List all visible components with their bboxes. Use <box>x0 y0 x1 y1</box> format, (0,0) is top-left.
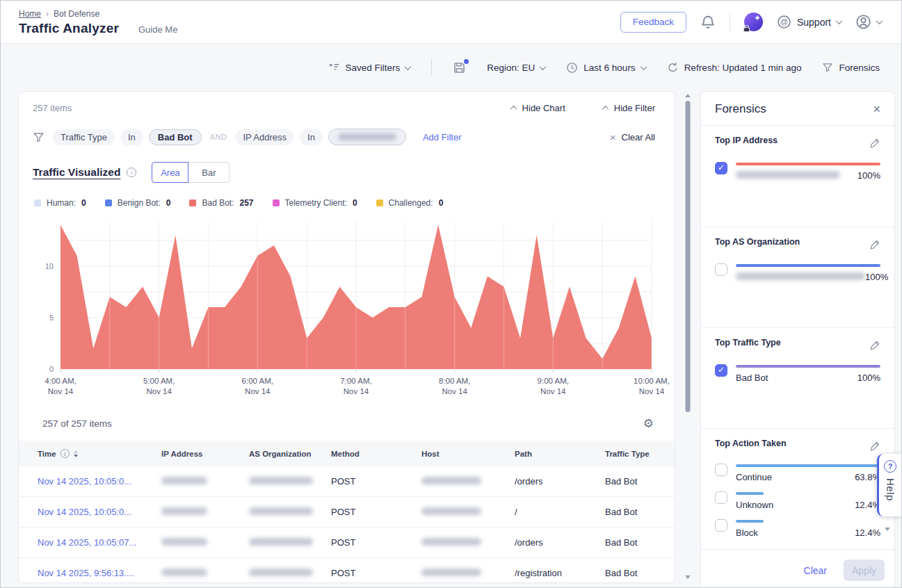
filter-operator-chip[interactable]: In <box>300 129 323 145</box>
table-row[interactable]: Nov 14 2025, 10:05:0... POST / Bad Bot <box>19 497 675 528</box>
percentage: 12.4% <box>855 528 880 538</box>
info-icon[interactable]: i <box>127 168 136 177</box>
save-filter-button[interactable] <box>453 61 466 74</box>
checkbox[interactable] <box>715 263 727 276</box>
chart-legend: Human:0 Benign Bot:0 Bad Bot:257 Telemet… <box>34 198 661 208</box>
column-header-method[interactable]: Method <box>331 450 421 458</box>
column-header-host[interactable]: Host <box>421 450 515 458</box>
time-link[interactable]: Nov 14 2025, 10:05:07... <box>38 537 161 548</box>
forensics-title: Forensics <box>715 102 766 116</box>
time-link[interactable]: Nov 14 2025, 10:05:0... <box>38 507 161 517</box>
sort-icon[interactable] <box>74 450 78 457</box>
saved-filters-icon <box>328 63 340 72</box>
legend-item-bad-bot: Bad Bot:257 <box>189 198 253 208</box>
scroll-down-arrow[interactable] <box>685 575 691 579</box>
column-header-path[interactable]: Path <box>515 450 605 458</box>
legend-swatch <box>273 199 280 206</box>
time-link[interactable]: Nov 14 2025, 10:05:0... <box>38 476 161 487</box>
edit-icon[interactable] <box>869 138 880 152</box>
chevron-down-icon <box>876 17 883 24</box>
column-header-as-org[interactable]: AS Organization <box>249 450 331 458</box>
time-range-selector[interactable]: Last 6 hours <box>566 62 645 74</box>
table-row[interactable]: Nov 14 2025, 9:56:13.... POST /registrat… <box>19 558 675 583</box>
notifications-bell-icon[interactable] <box>700 15 716 30</box>
checkbox[interactable] <box>715 364 727 377</box>
table-settings-gear-icon[interactable]: ⚙ <box>643 416 654 431</box>
region-selector[interactable]: Region: EU <box>487 63 545 73</box>
account-menu[interactable] <box>855 14 882 30</box>
checkbox[interactable] <box>715 162 727 174</box>
traffic-type-cell: Bad Bot <box>605 476 669 487</box>
table-row[interactable]: Nov 14 2025, 10:05:0... POST /orders Bad… <box>19 466 675 497</box>
forensics-toggle[interactable]: Forensics <box>822 62 880 73</box>
traffic-visualized-title[interactable]: Traffic Visualized <box>33 166 120 179</box>
legend-swatch <box>105 199 112 206</box>
feedback-button[interactable]: Feedback <box>620 12 686 33</box>
redacted-ip <box>161 538 207 546</box>
filter-conjunction: AND <box>210 133 227 141</box>
forensics-label: Forensics <box>839 63 880 73</box>
hide-filter-toggle[interactable]: Hide Filter <box>603 103 661 113</box>
unsaved-changes-dot <box>464 59 469 64</box>
funnel-icon <box>822 62 833 73</box>
clear-button[interactable]: Clear <box>804 565 827 576</box>
forensics-panel: Forensics × Top IP Address 100% <box>700 91 895 588</box>
close-icon[interactable]: × <box>873 103 880 115</box>
hide-chart-toggle[interactable]: Hide Chart <box>511 103 571 113</box>
item-label: Block <box>736 528 758 538</box>
guide-me-link[interactable]: Guide Me <box>138 24 177 35</box>
redacted-label <box>736 171 840 179</box>
saved-filters-label: Saved Filters <box>346 63 401 73</box>
chevron-down-icon <box>836 17 843 24</box>
value-bar <box>736 520 764 523</box>
content-scrollbar[interactable] <box>675 91 700 583</box>
filter-operator-chip[interactable]: In <box>120 129 143 145</box>
bar-toggle-button[interactable]: Bar <box>188 162 229 183</box>
breadcrumb-home-link[interactable]: Home <box>19 9 41 19</box>
edit-icon[interactable] <box>869 239 880 253</box>
refresh-button[interactable]: Refresh: Updated 1 min ago <box>667 62 802 74</box>
support-icon: @ <box>777 15 791 29</box>
checkbox[interactable] <box>715 519 727 532</box>
add-filter-button[interactable]: Add Filter <box>423 132 462 142</box>
svg-text:5: 5 <box>49 313 54 322</box>
filter-field-chip[interactable]: IP Address <box>235 129 294 145</box>
column-header-ip[interactable]: IP Address <box>161 450 249 458</box>
filter-value-chip[interactable]: Bad Bot <box>149 129 202 145</box>
redacted-as-org <box>249 477 313 484</box>
chevron-up-icon <box>602 106 609 113</box>
time-link[interactable]: Nov 14 2025, 9:56:13.... <box>38 568 161 578</box>
section-scroll-down-arrow[interactable] <box>885 528 890 531</box>
column-header-traffic-type[interactable]: Traffic Type <box>605 450 669 458</box>
traffic-results-card: 257 items Hide Chart Hide Filter Traffic… <box>18 91 675 583</box>
edit-icon[interactable] <box>869 340 880 354</box>
filter-funnel-icon <box>33 131 45 143</box>
support-menu[interactable]: @ Support <box>777 15 841 29</box>
checkbox[interactable] <box>715 464 727 476</box>
filter-field-chip[interactable]: Traffic Type <box>53 129 115 145</box>
column-header-time[interactable]: Time i <box>38 449 161 458</box>
item-label: Bad Bot <box>736 373 768 383</box>
edit-icon[interactable] <box>869 441 880 455</box>
checkbox[interactable] <box>715 491 727 504</box>
value-bar <box>736 464 880 467</box>
traffic-area-chart[interactable]: 05104:00 AM,Nov 145:00 AM,Nov 146:00 AM,… <box>33 218 661 402</box>
help-tab[interactable]: ? Help <box>877 454 901 516</box>
table-row[interactable]: Nov 14 2025, 10:05:07... POST /orders Ba… <box>19 528 675 558</box>
ai-assistant-icon[interactable]: ✦ <box>744 13 763 31</box>
area-toggle-button[interactable]: Area <box>152 162 188 183</box>
apply-button[interactable]: Apply <box>844 560 885 581</box>
table-header-row: Time i IP Address AS Organization Method… <box>19 441 675 466</box>
info-icon[interactable]: i <box>61 449 70 458</box>
scrollbar-thumb[interactable] <box>686 101 691 412</box>
traffic-type-cell: Bad Bot <box>605 537 669 548</box>
value-bar <box>736 492 764 495</box>
svg-text:9:00 AM,: 9:00 AM, <box>538 377 569 385</box>
scroll-up-arrow[interactable] <box>685 94 691 97</box>
svg-text:Nov 14: Nov 14 <box>48 387 74 395</box>
filter-value-chip-redacted[interactable] <box>328 129 406 145</box>
saved-filters-menu[interactable]: Saved Filters <box>328 63 411 73</box>
percentage: 100% <box>857 373 880 383</box>
clear-all-button[interactable]: × Clear All <box>610 132 661 142</box>
traffic-type-cell: Bad Bot <box>605 568 669 578</box>
